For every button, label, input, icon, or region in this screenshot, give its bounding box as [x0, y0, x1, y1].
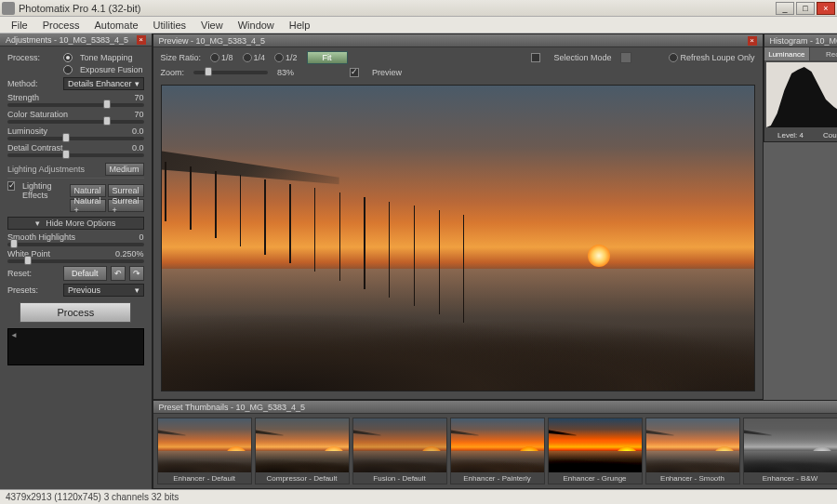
white-point-value: 0.250% [115, 249, 144, 259]
titlebar: Photomatix Pro 4.1 (32-bit) _ □ × [0, 0, 837, 17]
preset-thumbnails-panel: Preset Thumbnails - 10_MG_5383_4_5 × Enh… [153, 400, 837, 489]
preset-thumb-6-label: Enhancer - B&W [744, 472, 837, 484]
hist-level-label: Level: [777, 131, 797, 139]
preview-checkbox-label: Preview [372, 68, 402, 77]
hist-tab-red[interactable]: Red [810, 47, 837, 60]
preset-thumb-0-label: Enhancer - Default [158, 472, 251, 484]
white-point-slider[interactable] [7, 259, 144, 263]
ratio-1-4[interactable]: 1/4 [243, 53, 266, 62]
preset-thumb-4[interactable]: Enhancer - Grunge [548, 418, 643, 484]
slider-3-label: Detail Contrast [7, 143, 63, 153]
hide-more-options-label: Hide More Options [46, 219, 115, 228]
preset-thumb-5[interactable]: Enhancer - Smooth [645, 418, 740, 484]
maximize-button[interactable]: □ [796, 2, 815, 15]
menu-help[interactable]: Help [282, 18, 318, 33]
preset-thumb-6[interactable]: Enhancer - B&W [743, 418, 837, 484]
preset-thumb-1[interactable]: Compressor - Default [255, 418, 350, 484]
process-button[interactable]: Process [20, 302, 131, 323]
menu-utilities[interactable]: Utilities [146, 18, 193, 33]
selection-mode-checkbox[interactable] [531, 53, 540, 62]
hist-tab-luminance[interactable]: Luminance [764, 47, 811, 60]
menu-file[interactable]: File [4, 18, 35, 33]
fit-button[interactable]: Fit [307, 51, 348, 64]
loupe-area [7, 328, 144, 365]
app-icon [2, 2, 15, 15]
close-button[interactable]: × [817, 2, 835, 15]
preset-thumb-2[interactable]: Fusion - Default [352, 418, 447, 484]
preset-thumb-1-label: Compressor - Default [256, 472, 349, 484]
radio-exposure-fusion-label: Exposure Fusion [80, 65, 143, 74]
preset-thumb-5-label: Enhancer - Smooth [646, 472, 739, 484]
slider-1-label: Color Saturation [7, 110, 68, 119]
preset-thumb-4-label: Enhancer - Grunge [549, 472, 642, 484]
chevron-down-icon: ▾ [135, 79, 140, 88]
presets-label: Presets: [7, 285, 60, 295]
menu-process[interactable]: Process [35, 18, 87, 33]
process-label: Process: [7, 53, 60, 62]
ratio-1-2[interactable]: 1/2 [274, 53, 298, 62]
lighting-btn-natural-plus[interactable]: Natural + [70, 199, 106, 212]
selection-mode-label: Selection Mode [553, 53, 611, 62]
zoom-value: 83% [277, 68, 294, 77]
adjustments-panel: Adjustments - 10_MG_5383_4_5 × Process: … [0, 33, 153, 489]
adjustments-title: Adjustments - 10_MG_5383_4_5 × [0, 33, 152, 46]
smooth-highlights-label: Smooth Highlights [7, 232, 75, 242]
reset-label: Reset: [7, 269, 60, 278]
slider-1-value: 70 [135, 110, 144, 119]
ratio-1-8[interactable]: 1/8 [210, 53, 233, 62]
preview-image[interactable] [161, 85, 755, 391]
hist-count-label: Count: [823, 131, 837, 139]
lighting-btn-surreal[interactable]: Surreal [108, 184, 144, 197]
method-label: Method: [7, 79, 60, 88]
minimize-button[interactable]: _ [776, 2, 794, 15]
menu-view[interactable]: View [193, 18, 231, 33]
preview-title: Preview - 10_MG_5383_4_5 [159, 36, 266, 46]
lighting-effects-checkbox[interactable] [7, 181, 15, 191]
lighting-mode-button[interactable]: Medium [105, 163, 144, 176]
window-title: Photomatix Pro 4.1 (32-bit) [19, 3, 776, 14]
slider-2-value: 0.0 [132, 126, 144, 136]
preset-thumb-3[interactable]: Enhancer - Painterly [450, 418, 545, 484]
radio-tone-mapping-label: Tone Mapping [80, 53, 133, 62]
histogram-graph [766, 62, 837, 127]
lighting-btn-surreal-plus[interactable]: Surreal + [108, 199, 144, 212]
preview-panel: Preview - 10_MG_5383_4_5 × Size Ratio: 1… [153, 33, 764, 400]
hist-level-value: 4 [800, 131, 804, 139]
presets-dropdown[interactable]: Previous ▾ [63, 284, 144, 297]
method-dropdown[interactable]: Details Enhancer ▾ [63, 77, 144, 90]
histogram-panel: Histogram - 10_MG_5383_4_5 × Luminance R… [764, 33, 837, 142]
lighting-effects-label: Lighting Effects [22, 181, 65, 200]
selection-mode-icon[interactable] [620, 52, 631, 63]
redo-icon[interactable]: ↷ [129, 266, 144, 281]
radio-exposure-fusion[interactable] [63, 65, 73, 74]
slider-0[interactable] [7, 103, 144, 107]
lighting-btn-natural[interactable]: Natural [70, 184, 106, 197]
lighting-adjustments-header: Lighting Adjustments [7, 165, 85, 174]
method-value: Details Enhancer [68, 79, 132, 88]
menu-automate[interactable]: Automate [86, 18, 145, 33]
adjustments-close-icon[interactable]: × [137, 35, 146, 45]
zoom-slider[interactable] [193, 71, 268, 74]
slider-1[interactable] [7, 120, 144, 124]
radio-tone-mapping[interactable] [63, 53, 73, 62]
undo-icon[interactable]: ↶ [111, 266, 126, 281]
slider-2[interactable] [7, 137, 144, 140]
menu-window[interactable]: Window [231, 18, 282, 33]
chevron-down-icon: ▾ [135, 285, 140, 295]
size-ratio-label: Size Ratio: [161, 53, 202, 62]
adjustments-title-text: Adjustments - 10_MG_5383_4_5 [6, 35, 128, 45]
hide-more-options-bar[interactable]: ▾ Hide More Options [7, 217, 144, 230]
reset-default-button[interactable]: Default [63, 266, 107, 281]
smooth-highlights-slider[interactable] [7, 243, 144, 246]
slider-3-value: 0.0 [132, 143, 144, 153]
preview-close-icon[interactable]: × [748, 36, 757, 46]
slider-3[interactable] [7, 153, 144, 157]
preview-checkbox[interactable] [350, 68, 359, 77]
preset-thumb-0[interactable]: Enhancer - Default [157, 418, 252, 484]
preset-thumb-3-label: Enhancer - Painterly [451, 472, 544, 484]
statusbar: 4379x2913 (1120x745) 3 channels 32 bits [0, 489, 837, 504]
slider-0-label: Strength [7, 93, 39, 102]
preset-thumbnails-title: Preset Thumbnails - 10_MG_5383_4_5 [159, 403, 305, 412]
refresh-loupe-radio[interactable]: Refresh Loupe Only [669, 53, 754, 62]
slider-2-label: Luminosity [7, 126, 47, 136]
